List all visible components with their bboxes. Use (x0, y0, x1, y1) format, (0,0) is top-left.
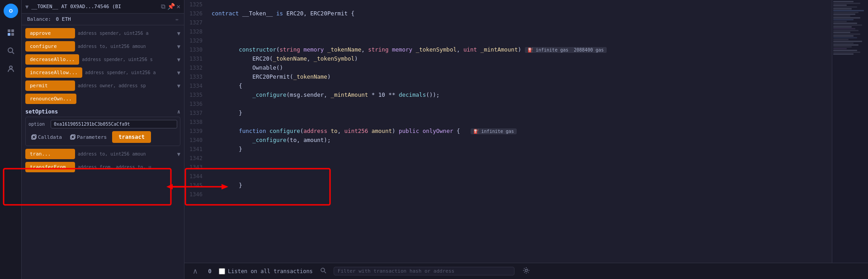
functions-list: approve address spender, uint256 a ▼ con… (22, 25, 184, 279)
configure-button[interactable]: configure (25, 41, 75, 52)
balance-row: Balance: 0 ETH ✏ (22, 14, 184, 25)
svg-line-8 (12, 52, 14, 54)
close-icon[interactable]: ✕ (177, 3, 180, 10)
code-line-1327 (212, 18, 828, 27)
options-buttons: Calldata Parameters transact (28, 131, 177, 143)
transact-button[interactable]: transact (112, 131, 151, 143)
code-line-1325 (212, 0, 828, 9)
transfer-button[interactable]: tran... (25, 149, 75, 159)
svg-line-15 (324, 272, 326, 274)
nav-icon-plugin[interactable] (4, 25, 18, 40)
code-line-1341: } (212, 145, 828, 154)
contract-panel: ▼ __TOKEN__ AT 0X9AD...74546 (BI ⧉ 📌 ✕ B… (22, 0, 184, 279)
collapse-button[interactable]: ∧ (190, 266, 201, 276)
code-line-1328 (212, 27, 828, 36)
code-line-1342 (212, 154, 828, 163)
calldata-button[interactable]: Calldata (28, 132, 65, 142)
permit-params: address owner, address sp (78, 83, 175, 88)
code-line-1340: _configure(to, amount); (212, 136, 828, 145)
svg-rect-5 (8, 33, 10, 36)
contract-name: __TOKEN__ AT 0X9AD...74546 (BI (31, 4, 158, 9)
transaction-count: 0 (206, 268, 213, 274)
configure-params: address to, uint256 amoun (78, 44, 175, 49)
function-row-transfer: tran... address to, uint256 amoun ▼ (25, 149, 180, 159)
svg-rect-12 (71, 136, 74, 139)
option-input[interactable] (51, 120, 177, 128)
svg-point-14 (321, 268, 325, 272)
increaseallow-params: address spender, uint256 a (85, 70, 175, 75)
code-lines[interactable]: contract __Token__ is ERC20, ERC20Permit… (208, 0, 832, 263)
function-row-decreaseallow: decreaseAllo... address spender, uint256… (25, 54, 180, 65)
edit-icon[interactable]: ✏ (175, 16, 179, 22)
balance-value: 0 ETH (56, 16, 71, 22)
code-line-1346 (212, 190, 828, 199)
increaseallow-expand-chevron[interactable]: ▼ (177, 70, 180, 76)
listen-checkbox-label[interactable]: Listen on all transactions (219, 268, 313, 274)
code-line-1336 (212, 99, 828, 109)
code-line-1329 (212, 36, 828, 45)
renounceown-button[interactable]: renounceOwn... (25, 94, 76, 104)
svg-point-16 (525, 270, 527, 272)
pin-icon[interactable]: 📌 (167, 3, 175, 10)
setoptions-area: option Calldata Parameters (25, 117, 180, 146)
params-copy-icon (70, 134, 75, 140)
transferfrom-params: address from, address to, u (78, 165, 180, 170)
contract-collapse-chevron[interactable]: ▼ (25, 4, 28, 10)
function-row-permit: permit address owner, address sp ▼ (25, 80, 180, 91)
transfer-expand-chevron[interactable]: ▼ (177, 151, 180, 157)
svg-point-9 (9, 66, 12, 69)
balance-label: Balance: 0 ETH (27, 16, 71, 22)
code-line-1335: _configure(msg.sender, _mintAmount * 10 … (212, 90, 828, 99)
svg-rect-11 (33, 135, 36, 138)
transfer-params: address to, uint256 amoun (78, 151, 175, 156)
decreaseallow-expand-chevron[interactable]: ▼ (177, 57, 180, 63)
increaseallow-button[interactable]: increaseAllow... (25, 67, 82, 78)
code-line-1338 (212, 118, 828, 127)
code-content: 1325 1326 1327 1328 1329 1330 1331 1332 … (184, 0, 868, 263)
svg-rect-4 (11, 29, 14, 32)
filter-area (334, 267, 514, 275)
svg-rect-13 (71, 135, 75, 138)
settings-button[interactable] (520, 266, 533, 276)
code-line-1331: ERC20(_tokenName, _tokenSymbol) (212, 54, 828, 63)
code-line-1337: } (212, 109, 828, 118)
permit-button[interactable]: permit (25, 80, 75, 91)
svg-rect-6 (11, 33, 14, 36)
status-bar: ∧ 0 Listen on all transactions (184, 263, 868, 279)
listen-label: Listen on all transactions (228, 268, 313, 274)
approve-expand-chevron[interactable]: ▼ (177, 30, 180, 37)
icon-sidebar (0, 0, 22, 279)
code-line-1330: constructor(string memory _tokenName, st… (212, 45, 828, 54)
contract-header-icons: ⧉ 📌 ✕ (161, 3, 180, 10)
line-numbers: 1325 1326 1327 1328 1329 1330 1331 1332 … (184, 0, 208, 263)
listen-all-transactions-checkbox[interactable] (219, 268, 225, 274)
approve-button[interactable]: approve (25, 28, 75, 38)
code-line-1326: contract __Token__ is ERC20, ERC20Permit… (212, 9, 828, 18)
filter-search-icon[interactable] (318, 266, 328, 276)
options-input-row: option (28, 120, 177, 128)
configure-expand-chevron[interactable]: ▼ (177, 43, 180, 50)
code-line-1344 (212, 172, 828, 181)
function-row-transferfrom: transferFrom address from, address to, u (25, 162, 180, 172)
code-line-1334: { (212, 81, 828, 90)
nav-icon-search[interactable] (4, 43, 18, 58)
copy-small-icon (31, 134, 37, 140)
setoptions-chevron[interactable]: ∧ (177, 109, 180, 115)
decreaseallow-button[interactable]: decreaseAllo... (25, 54, 79, 65)
logo-icon[interactable] (4, 4, 18, 18)
filter-input[interactable] (338, 268, 510, 274)
permit-expand-chevron[interactable]: ▼ (177, 83, 180, 89)
transferfrom-button[interactable]: transferFrom (25, 162, 75, 172)
parameters-button[interactable]: Parameters (67, 132, 109, 142)
copy-icon[interactable]: ⧉ (161, 3, 165, 10)
decreaseallow-params: address spender, uint256 s (82, 57, 174, 62)
code-line-1333: ERC20Permit(_tokenName) (212, 72, 828, 81)
function-row-configure: configure address to, uint256 amoun ▼ (25, 41, 180, 52)
code-editor: 1325 1326 1327 1328 1329 1330 1331 1332 … (184, 0, 868, 279)
function-row-increaseallow: increaseAllow... address spender, uint25… (25, 67, 180, 78)
svg-point-2 (10, 10, 12, 12)
minimap-content (832, 0, 868, 56)
svg-rect-10 (32, 136, 35, 139)
nav-icon-users[interactable] (4, 61, 18, 76)
approve-params: address spender, uint256 a (78, 31, 175, 36)
